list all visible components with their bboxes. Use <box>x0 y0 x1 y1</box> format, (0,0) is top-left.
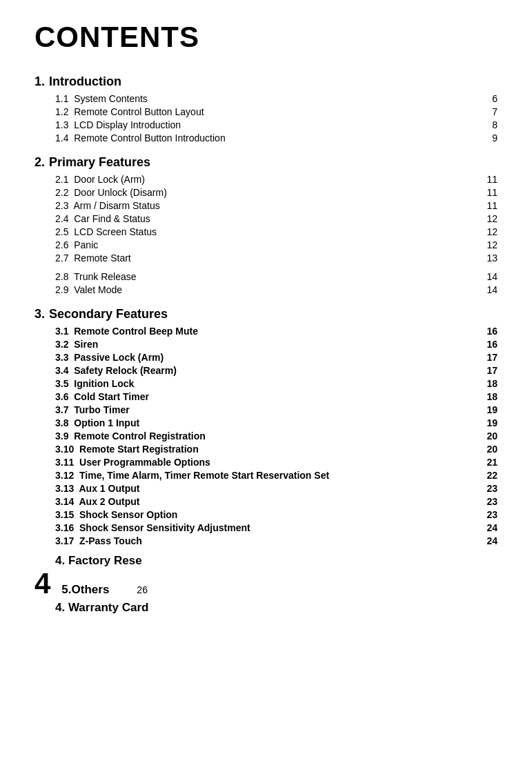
toc-entry: 3.5 Ignition Lock18 <box>55 377 497 390</box>
entry-label: 1.4 Remote Control Button Introduction <box>55 132 477 143</box>
toc-entry: 3.7 Turbo Timer19 <box>55 403 497 416</box>
entry-page: 23 <box>477 509 497 520</box>
section-1: 1.Introduction1.1 System Contents61.2 Re… <box>35 75 497 144</box>
others-label: 5.Others <box>61 583 109 597</box>
entry-page: 18 <box>477 391 497 402</box>
entry-page: 14 <box>477 284 497 295</box>
entry-label: 3.4 Safety Relock (Rearm) <box>55 365 477 376</box>
toc-entry: 3.3 Passive Lock (Arm)17 <box>55 350 497 364</box>
section-2-heading: Primary Features <box>49 155 150 170</box>
entry-label: 2.5 LCD Screen Status <box>55 226 477 237</box>
toc-entry: 3.4 Safety Relock (Rearm)17 <box>55 364 497 377</box>
entry-label: 3.15 Shock Sensor Option <box>55 509 477 520</box>
section-2: 2.Primary Features2.1 Door Lock (Arm)112… <box>35 155 497 296</box>
warranty-label: 4. Warranty Card <box>55 601 497 615</box>
entry-label: 3.14 Aux 2 Output <box>55 496 477 507</box>
section-2-number: 2. <box>35 155 45 170</box>
entry-page: 12 <box>477 226 497 237</box>
toc-entry: 3.13 Aux 1 Output23 <box>55 482 497 495</box>
entry-page: 7 <box>477 106 497 117</box>
entry-label: 3.10 Remote Start Registration <box>55 444 477 455</box>
entry-label: 3.5 Ignition Lock <box>55 378 477 389</box>
entry-label: 1.2 Remote Control Button Layout <box>55 106 477 117</box>
entry-page: 19 <box>477 404 497 415</box>
entry-label: 3.9 Remote Control Registration <box>55 430 477 442</box>
toc-entry: 3.2 Siren16 <box>55 337 497 350</box>
entry-page: 19 <box>477 417 497 428</box>
entry-label: 3.12 Time, Time Alarm, Timer Remote Star… <box>55 470 477 481</box>
toc-entry: 3.9 Remote Control Registration20 <box>55 429 497 442</box>
entry-label: 3.13 Aux 1 Output <box>55 483 477 494</box>
entry-label: 3.7 Turbo Timer <box>55 404 477 415</box>
entry-page: 20 <box>477 444 497 455</box>
entry-page: 20 <box>477 430 497 442</box>
toc-entry: 3.17 Z-Pass Touch24 <box>55 534 497 547</box>
entry-page: 11 <box>477 174 497 185</box>
toc-entry: 2.9 Valet Mode14 <box>55 283 497 296</box>
toc-entry: 1.1 System Contents6 <box>55 92 497 105</box>
entry-label: 3.3 Passive Lock (Arm) <box>55 352 477 363</box>
toc-entry: 1.2 Remote Control Button Layout7 <box>55 105 497 118</box>
entry-page: 18 <box>477 378 497 389</box>
entry-page: 23 <box>477 496 497 507</box>
entry-page: 17 <box>477 365 497 376</box>
toc-entry: 1.3 LCD Display Introduction8 <box>55 118 497 131</box>
entry-page: 24 <box>477 522 497 533</box>
section-3-number: 3. <box>35 307 45 321</box>
section-1-heading: Introduction <box>49 75 121 89</box>
page-title: CONTENTS <box>35 21 497 54</box>
entry-label: 2.7 Remote Start <box>55 252 477 264</box>
entry-page: 8 <box>477 119 497 130</box>
entry-page: 21 <box>477 457 497 468</box>
section-3: 3.Secondary Features3.1 Remote Control B… <box>35 307 497 547</box>
entry-label: 2.4 Car Find & Status <box>55 213 477 224</box>
entry-page: 9 <box>477 132 497 143</box>
toc-entry: 3.6 Cold Start Timer18 <box>55 390 497 403</box>
toc-entry: 2.4 Car Find & Status12 <box>55 212 497 225</box>
entry-label: 2.9 Valet Mode <box>55 284 477 295</box>
others-page: 26 <box>137 584 148 595</box>
entry-label: 3.1 Remote Control Beep Mute <box>55 326 477 337</box>
toc-entry: 3.10 Remote Start Registration20 <box>55 442 497 455</box>
toc-entry: 3.1 Remote Control Beep Mute16 <box>55 324 497 337</box>
entry-label: 3.2 Siren <box>55 339 477 350</box>
toc-entry: 2.7 Remote Start13 <box>55 251 497 264</box>
entry-label: 2.2 Door Unlock (Disarm) <box>55 187 477 198</box>
toc-entry: 3.11 User Programmable Options21 <box>55 455 497 468</box>
entry-page: 12 <box>477 239 497 250</box>
section-3-heading: Secondary Features <box>49 307 168 321</box>
entry-label: 3.16 Shock Sensor Sensitivity Adjustment <box>55 522 477 533</box>
toc-entry: 3.8 Option 1 Input19 <box>55 416 497 429</box>
toc-entry: 1.4 Remote Control Button Introduction9 <box>55 131 497 144</box>
entry-page: 17 <box>477 352 497 363</box>
entry-page: 11 <box>477 200 497 211</box>
toc-entry: 2.2 Door Unlock (Disarm)11 <box>55 186 497 199</box>
entry-page: 12 <box>477 213 497 224</box>
section-4-number: 4 <box>35 569 50 598</box>
toc-entry: 2.8 Trunk Release14 <box>55 270 497 283</box>
bottom-section: 4. Factory Rese45.Others264. Warranty Ca… <box>35 554 497 615</box>
entry-page: 23 <box>477 483 497 494</box>
entry-page: 16 <box>477 326 497 337</box>
entry-page: 22 <box>477 470 497 481</box>
entry-page: 6 <box>477 93 497 104</box>
toc-entry: 2.3 Arm / Disarm Status11 <box>55 199 497 212</box>
toc-entry: 3.16 Shock Sensor Sensitivity Adjustment… <box>55 521 497 534</box>
toc-entry: 2.5 LCD Screen Status12 <box>55 225 497 238</box>
entry-label: 2.3 Arm / Disarm Status <box>55 200 477 211</box>
entry-label: 2.8 Trunk Release <box>55 271 477 282</box>
entry-label: 3.6 Cold Start Timer <box>55 391 477 402</box>
section-1-number: 1. <box>35 75 45 89</box>
entry-label: 1.1 System Contents <box>55 93 477 104</box>
entry-label: 3.8 Option 1 Input <box>55 417 477 428</box>
factory-reset-label: 4. Factory Rese <box>55 554 497 568</box>
toc-entry: 3.14 Aux 2 Output23 <box>55 495 497 508</box>
entry-page: 14 <box>477 271 497 282</box>
entry-page: 16 <box>477 339 497 350</box>
entry-page: 11 <box>477 187 497 198</box>
toc-entry: 2.1 Door Lock (Arm)11 <box>55 172 497 186</box>
entry-label: 2.6 Panic <box>55 239 477 250</box>
entry-page: 24 <box>477 535 497 546</box>
entry-page: 13 <box>477 252 497 264</box>
toc-entry: 3.12 Time, Time Alarm, Timer Remote Star… <box>55 468 497 482</box>
